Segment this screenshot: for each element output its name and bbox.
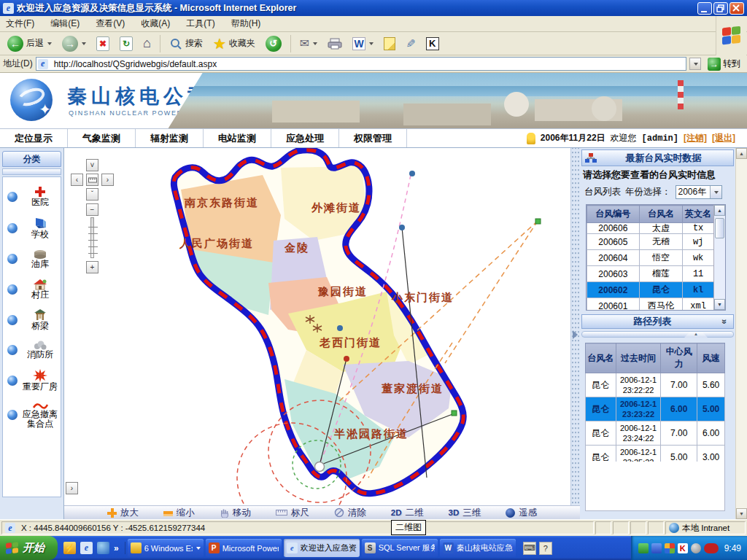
close-button[interactable] [729, 2, 744, 15]
tab-permission-manage[interactable]: 权限管理 [339, 129, 407, 147]
edit-word-button[interactable]: W [349, 36, 376, 52]
quick-launch-overflow-icon[interactable]: » [114, 543, 119, 553]
path-row-selected[interactable]: 昆仑2006-12-1 23:23:226.005.00 [586, 397, 725, 421]
scroll-up-icon[interactable]: ▲ [714, 205, 725, 216]
print-button[interactable] [325, 36, 345, 51]
start-button[interactable]: 开始 [0, 536, 58, 560]
antivirus-button[interactable]: K [423, 36, 442, 52]
sidebar-item-fire-station[interactable]: 消防所 [3, 341, 61, 359]
forward-button[interactable]: → [59, 34, 89, 53]
sidebar-item-evacuation-point[interactable]: 应急撤离集合点 [3, 401, 61, 429]
path-row[interactable]: 昆仑2006-12-1 23:22:227.005.60 [586, 373, 725, 397]
favorites-button[interactable]: ★ 收藏夹 [210, 36, 258, 52]
map-2d-button[interactable]: 2D二维 [391, 507, 424, 519]
tab-radiation-monitor[interactable]: 辐射监测 [136, 129, 204, 147]
scroll-thumb[interactable] [715, 218, 724, 238]
exit-link[interactable]: [退出] [712, 132, 735, 144]
sidebar-item-important-plant[interactable]: 重要厂房 [3, 369, 61, 392]
mail-dropdown-icon[interactable] [313, 42, 317, 45]
typhoon-row[interactable]: 200601西马伦xml [587, 298, 714, 311]
zoom-in-button[interactable]: + [86, 261, 98, 273]
layer-toggle-icon[interactable] [7, 376, 18, 386]
stop-button[interactable]: ✖ [93, 35, 112, 52]
go-button[interactable]: → 转到 [704, 57, 744, 71]
map-zoom-in-button[interactable]: 放大 [107, 507, 139, 519]
notes-button[interactable] [381, 36, 398, 52]
task-windows-explorer[interactable]: 6 Windows Expl... [128, 539, 204, 557]
tab-locate-display[interactable]: 定位显示 [0, 129, 68, 147]
center-ruler-button[interactable] [86, 174, 98, 186]
menu-file[interactable]: 文件(F) [6, 18, 34, 30]
pen-tool-button[interactable]: ✎ [403, 35, 418, 52]
group-dropdown-icon[interactable] [196, 547, 201, 550]
typhoon-row-selected[interactable]: 200602昆仑kl [587, 282, 714, 298]
tray-icon[interactable] [638, 543, 649, 553]
sidebar-item-hospital[interactable]: 医院 [3, 186, 61, 207]
back-button[interactable]: ← 后退 [4, 34, 55, 53]
map-ruler-button[interactable]: 标尺 [276, 507, 309, 519]
home-button[interactable]: ⌂ [140, 34, 154, 52]
layer-toggle-icon[interactable] [7, 315, 18, 325]
horizontal-splitter[interactable]: ▲ [581, 331, 734, 338]
zoom-slider[interactable] [90, 217, 94, 258]
tray-icon[interactable] [651, 543, 662, 553]
search-button[interactable]: 搜索 [166, 36, 206, 52]
zoom-out-button[interactable]: − [86, 203, 98, 216]
address-dropdown-button[interactable] [689, 58, 701, 70]
layer-toggle-icon[interactable] [7, 284, 18, 295]
tab-station-monitor[interactable]: 电站监测 [204, 129, 271, 147]
layer-toggle-icon[interactable] [7, 223, 18, 233]
page-scrollbar[interactable]: ▲ ▼ [735, 148, 747, 519]
task-sql-server[interactable]: S SQL Server 服务... [362, 539, 438, 557]
sidebar-item-oil-depot[interactable]: 油库 [3, 249, 61, 269]
path-row[interactable]: 昆仑2006-12-1 23:24:227.006.00 [586, 421, 725, 446]
path-list-header[interactable]: 路径列表 » [581, 314, 734, 329]
scroll-down-icon[interactable]: ▼ [736, 508, 747, 519]
map-remote-sensing-button[interactable]: 遥感 [506, 507, 537, 519]
forward-dropdown-icon[interactable] [82, 42, 86, 45]
layer-toggle-icon[interactable] [7, 254, 18, 264]
collapse-right-icon[interactable] [573, 330, 578, 339]
help-icon[interactable]: ? [539, 542, 552, 555]
quick-launch-icon[interactable] [97, 542, 109, 554]
quick-launch-ie-icon[interactable]: e [80, 542, 93, 554]
minimize-button[interactable] [697, 2, 712, 15]
map-clear-button[interactable]: 清除 [334, 507, 366, 519]
sidebar-title[interactable]: 分类 [2, 151, 61, 167]
edit-dropdown-icon[interactable] [369, 42, 374, 45]
task-powerpoint[interactable]: P Microsoft PowerP... [206, 539, 282, 557]
map-canvas[interactable]: 南京东路街道 外滩街道 人民广场街道 金陵 豫园街道 小东门街道 老西门街道 董… [64, 148, 570, 505]
refresh-button[interactable]: ↻ [117, 35, 136, 52]
pan-down-button[interactable]: ˇ [86, 188, 98, 201]
pan-left-button[interactable]: ‹ [71, 174, 83, 186]
typhoon-panel-header[interactable]: 最新台风实时数据 [581, 149, 734, 166]
tray-icon[interactable] [665, 543, 675, 553]
typhoon-table-scrollbar[interactable]: ▲ ▼ [713, 205, 725, 310]
sidebar-item-bridge[interactable]: 桥梁 [3, 309, 61, 331]
typhoon-row[interactable]: 200604悟空wk [587, 250, 714, 266]
menu-view[interactable]: 查看(V) [96, 18, 125, 30]
map-zoom-out-button[interactable]: 缩小 [163, 507, 195, 519]
year-select[interactable]: 2006年 [676, 185, 722, 199]
restore-button[interactable] [713, 2, 728, 15]
quick-launch-icon[interactable]: ⚡ [63, 542, 76, 554]
keyboard-icon[interactable]: ⌨ [523, 542, 536, 555]
menu-favorites[interactable]: 收藏(A) [141, 18, 170, 30]
typhoon-row[interactable]: 200603榴莲11 [587, 266, 714, 282]
task-ie-active[interactable]: e 欢迎进入应急资... [284, 539, 360, 557]
sidebar-item-village[interactable]: 村庄 [3, 279, 61, 300]
sidebar-item-school[interactable]: 学校 [3, 217, 61, 239]
panel-splitter[interactable] [570, 148, 580, 519]
logout-link[interactable]: [注销] [684, 132, 707, 144]
tray-icon[interactable] [691, 543, 701, 553]
sidebar-collapse-button[interactable]: › [66, 482, 78, 494]
tab-emergency-handle[interactable]: 应急处理 [271, 129, 339, 147]
history-button[interactable]: ↺ [263, 34, 285, 53]
pan-right-button[interactable]: › [101, 174, 114, 186]
menu-edit[interactable]: 编辑(E) [50, 18, 80, 30]
scroll-up-icon[interactable]: ▲ [736, 148, 747, 159]
tray-ati-icon[interactable] [704, 543, 719, 553]
map-pan-button[interactable]: 移动 [220, 507, 251, 519]
tab-weather-monitor[interactable]: 气象监测 [68, 129, 136, 147]
map-3d-button[interactable]: 3D三维 [449, 507, 481, 519]
